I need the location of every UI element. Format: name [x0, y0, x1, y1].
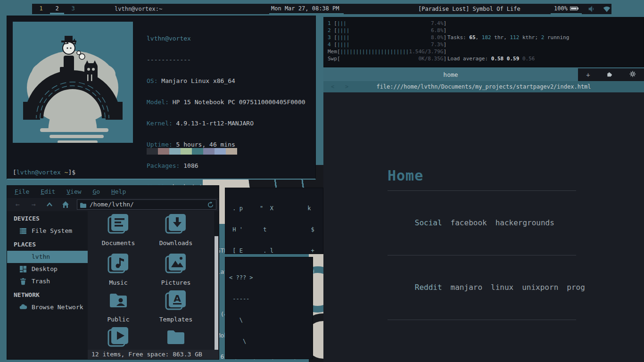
load-average: Load average: 0.58 0.59 0.56 [447, 55, 569, 62]
battery-underline [551, 13, 582, 14]
file-item-documents[interactable]: Documents [92, 213, 144, 247]
neofetch-line: Kernel: 4.9.13-1-rt12-MANJARO [147, 120, 305, 127]
new-tab-button[interactable]: + [586, 71, 590, 79]
public-folder-icon [107, 289, 129, 311]
file-item-pictures[interactable]: Pictures [150, 253, 202, 286]
cowsay-line: .--. [229, 359, 309, 362]
sidebar-item-desktop[interactable]: Desktop [7, 263, 88, 275]
downloads-folder-icon [165, 213, 187, 235]
link-linux[interactable]: linux [491, 283, 513, 292]
link-row-reddit: Redditmanjarolinuxunixpornprog [388, 262, 576, 313]
neofetch-host: lvthn@vortex [147, 35, 305, 42]
videos-folder-icon [107, 326, 129, 348]
file-manager-menubar: File Edit View Go Help [7, 186, 219, 198]
battery-icon [570, 7, 578, 10]
file-item-templates[interactable]: A Templates [150, 289, 202, 323]
neofetch-line: Packages: 1086 [147, 162, 305, 169]
workspace-1[interactable]: 1 [34, 4, 48, 13]
link-prog[interactable]: prog [567, 283, 585, 292]
menu-help[interactable]: Help [111, 186, 126, 198]
divider [388, 255, 576, 255]
clock-underline [269, 13, 344, 14]
shell-prompt: [lvthn@vortex ~]$ [13, 169, 75, 176]
templates-folder-icon: A [165, 289, 187, 311]
terminal-artwork [13, 22, 133, 143]
sidebar-item-home-selected[interactable]: lvthn [7, 251, 88, 263]
file-manager-toolbar: ← → /home/lvthn/ [7, 198, 219, 211]
home-button[interactable] [62, 201, 69, 208]
wifi-icon[interactable] [603, 5, 611, 13]
page-title: Home [388, 167, 576, 184]
htop-window: 1 [|||7.4%] 2 [||||6.8%] 3 [||||8.0%] 4 … [323, 17, 644, 67]
file-item-videos[interactable] [92, 326, 144, 350]
path-field[interactable]: /home/lvthn/ [77, 199, 216, 210]
file-manager-window: File Edit View Go Help ← → /home/lvthn/ … [7, 185, 219, 360]
clock: Mon Mar 27, 08:38 PM [271, 4, 339, 13]
terminal-line: [ E . l + [229, 247, 319, 255]
menu-go[interactable]: Go [92, 186, 100, 198]
memory-meter: Mem[||||||||||||||||||||||1.54G/3.79G] [328, 48, 446, 55]
terminal-line: . p " X k [229, 205, 319, 212]
folder-icon [80, 202, 87, 211]
divider [388, 190, 576, 191]
scrollbar-track[interactable] [214, 211, 219, 350]
scrollbar-thumb[interactable] [215, 236, 218, 351]
reload-icon[interactable] [207, 201, 214, 211]
terminal-neofetch-window: lvthn@vortex ------------ OS: Manjaro Li… [7, 16, 316, 180]
menu-view[interactable]: View [66, 186, 81, 198]
browser-back-button[interactable]: < [331, 81, 334, 92]
workspace-3[interactable]: 3 [66, 4, 80, 13]
i3-status-bar: 1 2 3 lvthn@vortex:~ Mon Mar 27, 08:38 P… [32, 4, 611, 14]
tasks-summary: Tasks: 65, 182 thr, 112 kthr; 2 running [447, 34, 569, 41]
file-item-downloads[interactable]: Downloads [150, 213, 202, 247]
up-button[interactable] [46, 201, 53, 208]
settings-gear-icon[interactable] [629, 70, 636, 79]
network-cloud-icon [19, 304, 27, 310]
extension-puzzle-icon[interactable] [606, 70, 613, 79]
file-item-public[interactable]: Public [92, 289, 144, 323]
pictures-folder-icon [165, 253, 187, 274]
menu-edit[interactable]: Edit [41, 186, 55, 198]
sidebar-item-trash[interactable]: Trash [7, 275, 88, 288]
link-manjaro[interactable]: manjaro [451, 283, 482, 292]
file-item-folder[interactable] [150, 326, 202, 350]
current-path[interactable]: /home/lvthn/ [90, 200, 134, 209]
plain-folder-icon [165, 326, 187, 348]
battery-status: 100% [554, 4, 578, 13]
terminal-cowsay-window: < ??? > ----- \ \ .--. |o_o | |:_/ | // … [225, 257, 313, 359]
file-item-music[interactable]: Music [92, 253, 144, 286]
category-social: Social [415, 218, 442, 227]
browser-url-bar[interactable]: < > file:///home/lvthn/Documents/my_proj… [323, 81, 644, 92]
sidebar-header-devices: DEVICES [7, 211, 88, 225]
link-facebook[interactable]: facebook [451, 218, 487, 227]
browser-window: home + < > file:///home/lvthn/Documents/… [323, 68, 644, 362]
cowsay-line: \ [229, 317, 309, 324]
volume-icon[interactable] [588, 5, 595, 13]
cowsay-line: < ??? > [229, 274, 309, 281]
terminal-line: H ' t $ [229, 226, 319, 233]
back-button[interactable]: ← [12, 198, 23, 211]
drive-icon [19, 227, 27, 235]
swap-meter: Swp[0K/8.35G] [328, 55, 446, 62]
menu-file[interactable]: File [15, 186, 29, 198]
browser-toolbar-corner: + [578, 68, 644, 81]
sidebar-header-network: NETWORK [7, 288, 88, 301]
link-unixporn[interactable]: unixporn [522, 283, 558, 292]
browser-forward-button[interactable]: > [345, 81, 348, 92]
now-playing: [Paradise Lost] Symbol Of Life [418, 4, 520, 14]
link-hackergrounds[interactable]: hackergrounds [495, 218, 554, 227]
workspace-2-active[interactable]: 2 [50, 4, 64, 13]
category-reddit: Reddit [415, 283, 442, 292]
file-manager-sidebar: DEVICES File System PLACES lvthn Desktop… [7, 211, 88, 359]
sidebar-item-browse-network[interactable]: Browse Network [7, 301, 88, 313]
cowsay-line: \ [229, 338, 309, 345]
neofetch-line: Model: HP 15 Notebook PC 0975110000405F0… [147, 99, 305, 106]
forward-button[interactable]: → [28, 198, 39, 211]
cowsay-line: ----- [229, 296, 309, 303]
cpu-meter-3: 3 [||||8.0%] [328, 34, 446, 41]
tab-home[interactable]: home [323, 68, 578, 81]
status-bar: 12 items, Free space: 863.3 GB [88, 350, 219, 359]
sidebar-item-filesystem[interactable]: File System [7, 225, 88, 237]
url-text[interactable]: file:///home/lvthn/Documents/my_projects… [323, 81, 644, 92]
neofetch-underline: ------------ [147, 56, 305, 63]
